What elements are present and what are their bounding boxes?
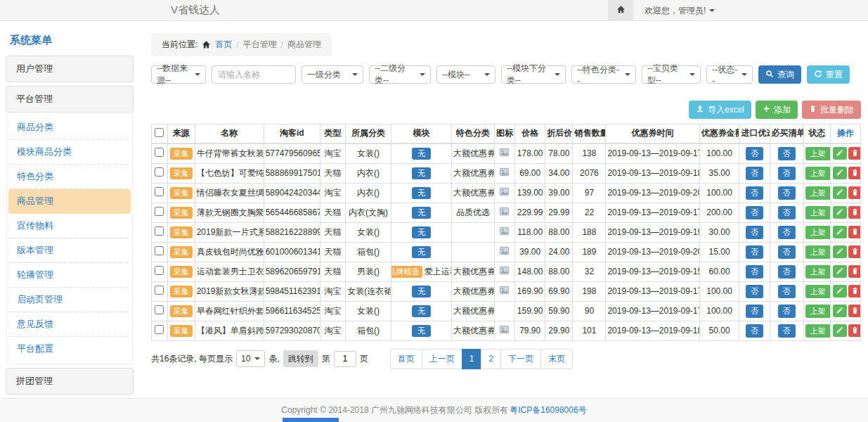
sidebar-item-product-category[interactable]: 商品分类 xyxy=(8,115,131,140)
edit-button[interactable] xyxy=(833,265,847,278)
add-button[interactable]: 添加 xyxy=(756,101,798,119)
delete-button[interactable] xyxy=(848,305,861,317)
delete-button[interactable] xyxy=(848,147,861,160)
sidebar-item-platform-config[interactable]: 平台配置 xyxy=(8,337,131,361)
status-button[interactable]: 上架 xyxy=(805,245,831,259)
import-select-toggle[interactable]: 否 xyxy=(746,186,763,200)
last-page-button[interactable]: 末页 xyxy=(540,349,573,369)
select-all-checkbox[interactable] xyxy=(155,128,164,137)
delete-button[interactable] xyxy=(848,226,861,238)
must-buy-toggle[interactable]: 否 xyxy=(778,305,796,318)
item-type-select[interactable]: --宝贝类型-- xyxy=(642,65,701,84)
next-page-button[interactable]: 下一页 xyxy=(500,349,541,369)
sidebar-group-user-management[interactable]: 用户管理 xyxy=(6,56,134,82)
bulk-delete-button[interactable]: 批量删除 xyxy=(802,101,861,119)
delete-button[interactable] xyxy=(848,206,861,219)
module-subcategory-select[interactable]: --模块下分类-- xyxy=(501,65,566,84)
delete-button[interactable] xyxy=(848,186,861,199)
sidebar-item-promo-materials[interactable]: 宣传物料 xyxy=(8,214,131,238)
must-buy-toggle[interactable]: 否 xyxy=(778,147,796,160)
must-buy-toggle[interactable]: 否 xyxy=(778,167,796,180)
edit-button[interactable] xyxy=(833,305,847,317)
delete-button[interactable] xyxy=(848,285,861,298)
import-select-toggle[interactable]: 否 xyxy=(746,324,763,338)
sidebar-group-platform-management[interactable]: 平台管理 xyxy=(6,86,134,113)
import-select-toggle[interactable]: 否 xyxy=(746,226,763,239)
first-page-button[interactable]: 首页 xyxy=(390,349,422,369)
page-2-button[interactable]: 2 xyxy=(481,349,501,369)
import-select-toggle[interactable]: 否 xyxy=(746,285,763,298)
must-buy-toggle[interactable]: 否 xyxy=(778,324,796,338)
status-button[interactable]: 上架 xyxy=(805,226,831,239)
must-buy-toggle[interactable]: 否 xyxy=(778,226,796,239)
row-checkbox[interactable] xyxy=(155,167,164,177)
sidebar-item-carousel-management[interactable]: 轮播管理 xyxy=(8,263,131,288)
row-checkbox[interactable] xyxy=(155,148,164,157)
icp-link[interactable]: 粤ICP备16098006号 xyxy=(510,404,586,416)
sidebar-item-feedback[interactable]: 意见反馈 xyxy=(8,312,131,337)
page-1-button[interactable]: 1 xyxy=(462,349,482,369)
featured-category-select[interactable]: --特色分类-- xyxy=(571,65,636,84)
row-checkbox[interactable] xyxy=(155,246,164,255)
import-select-toggle[interactable]: 否 xyxy=(746,167,763,180)
breadcrumb-home-link[interactable]: 首页 xyxy=(215,39,232,51)
module-select[interactable]: --模块-- xyxy=(436,65,495,84)
status-button[interactable]: 上架 xyxy=(805,186,831,200)
sidebar-item-version-management[interactable]: 版本管理 xyxy=(8,238,131,263)
edit-button[interactable] xyxy=(833,147,847,160)
edit-button[interactable] xyxy=(833,324,847,337)
import-select-toggle[interactable]: 否 xyxy=(746,147,763,160)
import-select-toggle[interactable]: 否 xyxy=(746,265,763,279)
name-search-input[interactable] xyxy=(212,65,296,84)
import-excel-button[interactable]: 导入excel xyxy=(689,101,751,119)
prev-page-button[interactable]: 上一页 xyxy=(422,349,462,369)
status-button[interactable]: 上架 xyxy=(805,147,831,160)
edit-button[interactable] xyxy=(833,285,847,298)
sidebar-item-splash-management[interactable]: 启动页管理 xyxy=(8,288,131,312)
status-button[interactable]: 上架 xyxy=(805,324,831,338)
row-checkbox[interactable] xyxy=(155,305,164,314)
delete-button[interactable] xyxy=(848,167,861,179)
import-select-toggle[interactable]: 否 xyxy=(746,305,763,318)
edit-button[interactable] xyxy=(833,186,847,199)
sidebar-item-product-management[interactable]: 商品管理 xyxy=(8,189,131,214)
level2-category-select[interactable]: --二级分类-- xyxy=(369,65,431,84)
sidebar-item-module-product-category[interactable]: 模块商品分类 xyxy=(8,140,131,165)
must-buy-toggle[interactable]: 否 xyxy=(778,265,796,279)
row-checkbox[interactable] xyxy=(155,207,164,216)
home-button[interactable] xyxy=(608,0,633,21)
row-checkbox[interactable] xyxy=(155,187,164,196)
edit-button[interactable] xyxy=(833,206,847,219)
status-button[interactable]: 上架 xyxy=(805,305,831,318)
row-checkbox[interactable] xyxy=(155,325,164,334)
sidebar-group-groupbuy-management[interactable]: 拼团管理 xyxy=(6,368,134,395)
reset-button[interactable]: 重置 xyxy=(807,65,850,84)
row-checkbox[interactable] xyxy=(155,286,164,295)
user-menu[interactable]: 欢迎您，管理员! xyxy=(644,5,715,17)
delete-button[interactable] xyxy=(848,245,861,258)
edit-button[interactable] xyxy=(833,245,847,258)
status-button[interactable]: 上架 xyxy=(805,206,831,219)
jump-button[interactable]: 跳转到 xyxy=(283,350,318,367)
must-buy-toggle[interactable]: 否 xyxy=(778,206,796,219)
edit-button[interactable] xyxy=(833,226,847,238)
status-select[interactable]: --状态-- xyxy=(706,65,753,84)
status-button[interactable]: 上架 xyxy=(805,265,831,279)
per-page-select[interactable]: 10 xyxy=(236,350,265,367)
import-select-toggle[interactable]: 否 xyxy=(746,206,763,219)
delete-button[interactable] xyxy=(848,324,861,337)
must-buy-toggle[interactable]: 否 xyxy=(778,186,796,200)
must-buy-toggle[interactable]: 否 xyxy=(778,245,796,259)
status-button[interactable]: 上架 xyxy=(805,167,831,180)
must-buy-toggle[interactable]: 否 xyxy=(778,285,796,298)
page-number-input[interactable] xyxy=(334,351,356,367)
status-button[interactable]: 上架 xyxy=(805,285,831,298)
row-checkbox[interactable] xyxy=(155,266,164,275)
edit-button[interactable] xyxy=(833,167,847,179)
data-source-select[interactable]: --数据来源-- xyxy=(151,65,206,84)
level1-category-select[interactable]: 一级分类 xyxy=(302,65,363,84)
import-select-toggle[interactable]: 否 xyxy=(746,245,763,259)
delete-button[interactable] xyxy=(848,265,861,278)
sidebar-item-featured-category[interactable]: 特色分类 xyxy=(8,165,131,189)
search-button[interactable]: 查询 xyxy=(758,65,801,84)
